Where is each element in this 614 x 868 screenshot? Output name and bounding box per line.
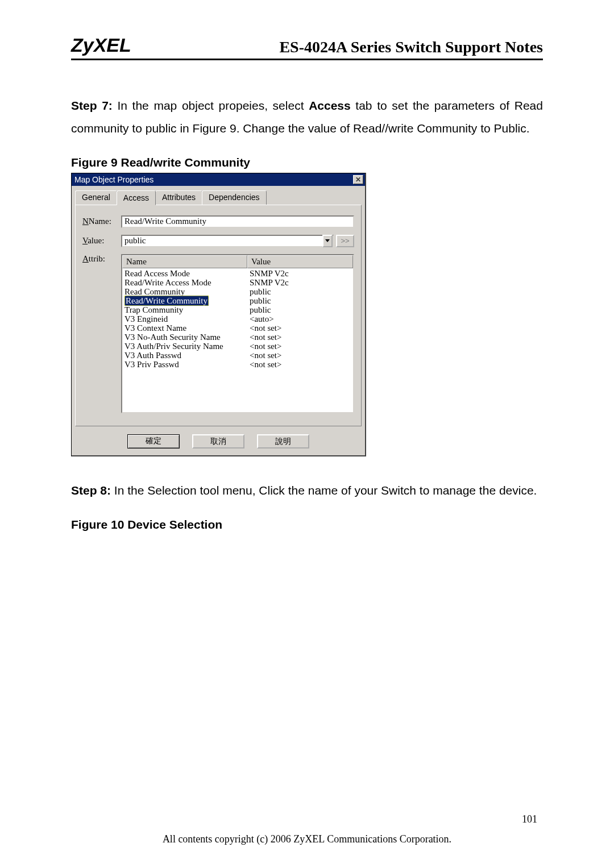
- page-header: ZyXEL ES-4024A Series Switch Support Not…: [71, 34, 543, 60]
- tab-dependencies[interactable]: Dependencies: [202, 190, 267, 205]
- footer-copyright: All contents copyright (c) 2006 ZyXEL Co…: [0, 833, 614, 845]
- figure9-caption: Figure 9 Read/write Community: [71, 156, 543, 169]
- value-label: Value:: [82, 236, 121, 246]
- value-combo[interactable]: public: [121, 235, 333, 247]
- figure10-caption: Figure 10 Device Selection: [71, 518, 543, 531]
- page-number: 101: [522, 813, 537, 825]
- list-item[interactable]: Trap Communitypublic: [122, 305, 353, 314]
- step7-bold: Access: [309, 99, 351, 112]
- list-item[interactable]: V3 No-Auth Security Name<not set>: [122, 333, 353, 342]
- extend-button[interactable]: >>: [336, 235, 354, 247]
- brand-logo: ZyXEL: [71, 34, 131, 56]
- list-item[interactable]: V3 Engineid<auto>: [122, 314, 353, 323]
- tab-general[interactable]: General: [75, 190, 117, 205]
- list-item[interactable]: Read Access ModeSNMP V2c: [122, 269, 353, 278]
- value-input[interactable]: public: [121, 235, 334, 247]
- help-button[interactable]: 說明: [257, 434, 309, 448]
- name-label: NName:: [82, 217, 121, 226]
- listview-body: Read Access ModeSNMP V2cRead/Write Acces…: [122, 268, 353, 369]
- close-icon: ✕: [355, 176, 361, 184]
- header-title: ES-4024A Series Switch Support Notes: [279, 38, 543, 56]
- tab-access[interactable]: Access: [117, 190, 156, 205]
- step7-label: Step 7:: [71, 99, 117, 112]
- attrib-label: Attrib:: [82, 254, 121, 264]
- step8-text: In the Selection tool menu, Click the na…: [114, 484, 537, 497]
- step8-label: Step 8:: [71, 484, 114, 497]
- list-item[interactable]: Read/Write Communitypublic: [122, 296, 353, 305]
- step7-text1: In the map object propeies, select: [117, 99, 309, 112]
- list-item[interactable]: Read Communitypublic: [122, 287, 353, 296]
- column-name[interactable]: Name: [122, 255, 247, 268]
- map-object-properties-dialog: Map Object Properties ✕ General Access A…: [71, 173, 366, 456]
- list-item[interactable]: V3 Auth/Priv Security Name<not set>: [122, 342, 353, 351]
- listview-header: Name Value: [122, 255, 353, 268]
- attribute-listview[interactable]: Name Value Read Access ModeSNMP V2cRead/…: [121, 254, 354, 413]
- close-button[interactable]: ✕: [353, 175, 363, 184]
- tab-attributes[interactable]: Attributes: [155, 190, 202, 205]
- name-input[interactable]: Read/Write Community: [121, 215, 354, 228]
- column-value[interactable]: Value: [247, 255, 353, 268]
- list-item[interactable]: Read/Write Access ModeSNMP V2c: [122, 278, 353, 287]
- cancel-button[interactable]: 取消: [192, 434, 244, 448]
- chevron-down-icon[interactable]: [322, 235, 333, 247]
- tab-content: NName: Read/Write Community Value: publi…: [75, 205, 362, 426]
- list-item[interactable]: V3 Auth Passwd<not set>: [122, 351, 353, 360]
- dialog-titlebar: Map Object Properties ✕: [72, 173, 365, 186]
- list-item[interactable]: V3 Context Name<not set>: [122, 323, 353, 333]
- step8-paragraph: Step 8: In the Selection tool menu, Clic…: [71, 479, 543, 502]
- step7-paragraph: Step 7: In the map object propeies, sele…: [71, 94, 543, 140]
- list-item[interactable]: V3 Priv Passwd<not set>: [122, 360, 353, 369]
- dialog-title: Map Object Properties: [74, 175, 154, 184]
- ok-button[interactable]: 確定: [127, 434, 180, 448]
- dialog-button-row: 確定 取消 說明: [72, 426, 365, 455]
- tab-strip: General Access Attributes Dependencies: [72, 186, 365, 205]
